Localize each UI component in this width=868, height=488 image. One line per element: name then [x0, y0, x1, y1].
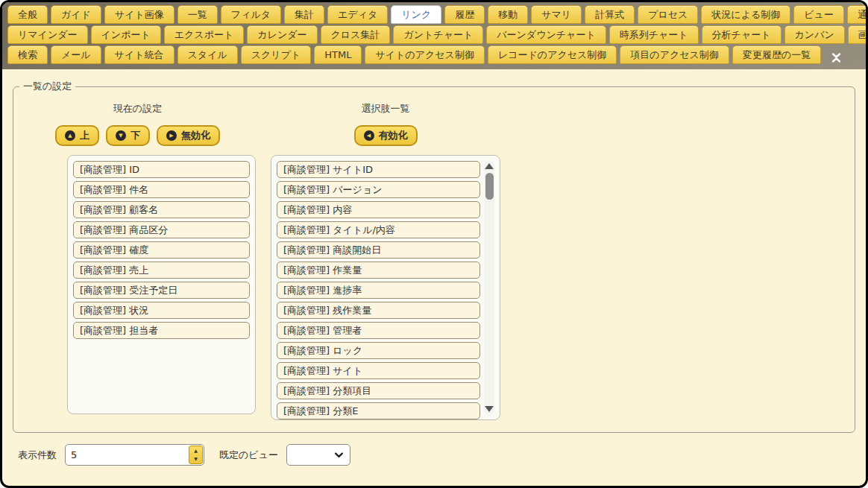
rows-count-label: 表示件数 [18, 449, 57, 462]
tab-analysis-chart[interactable]: 分析チャート [702, 25, 781, 44]
list-item[interactable]: [商談管理] タイトル/内容 [277, 221, 480, 238]
tab-general[interactable]: 全般 [7, 5, 48, 24]
collapse-tabs-button[interactable] [831, 51, 842, 64]
tab-list[interactable]: 一覧 [177, 5, 218, 24]
list-item[interactable]: [商談管理] サイト [277, 362, 480, 379]
tab-mail[interactable]: メール [51, 45, 101, 64]
tab-image-library[interactable]: 画像ライブラリ [848, 25, 868, 44]
tab-scripts[interactable]: スクリプト [241, 45, 312, 64]
list-item[interactable]: [商談管理] 受注予定日 [73, 282, 250, 299]
rows-count-input[interactable] [66, 445, 188, 465]
list-item[interactable]: [商談管理] 残作業量 [277, 302, 480, 319]
tab-history[interactable]: 履歴 [444, 5, 485, 24]
choices-listbox: [商談管理] サイトID[商談管理] バージョン[商談管理] 内容[商談管理] … [271, 155, 500, 420]
list-item[interactable]: [商談管理] 作業量 [277, 262, 480, 279]
default-view-select[interactable] [286, 444, 350, 466]
list-item[interactable]: [商談管理] 顧客名 [73, 201, 250, 218]
tab-update-history[interactable]: 変更履歴の一覧 [732, 45, 821, 64]
list-item[interactable]: [商談管理] ロック [277, 342, 480, 359]
enable-button[interactable]: ◀有効化 [354, 125, 418, 146]
list-item[interactable]: [商談管理] 商品区分 [73, 221, 250, 238]
spinner-down-button[interactable]: ▼ [189, 455, 202, 464]
rows-count-spinbox: ▲ ▼ [65, 444, 204, 466]
tab-band: 全般ガイドサイト画像一覧フィルタ集計エディタリンク履歴移動サマリ計算式プロセス状… [2, 2, 866, 69]
collapse-chevrons-icon [831, 51, 842, 64]
current-settings-listbox: [商談管理] ID[商談管理] 件名[商談管理] 顧客名[商談管理] 商品区分[… [67, 155, 256, 414]
list-item[interactable]: [商談管理] バージョン [277, 181, 480, 198]
list-item[interactable]: [商談管理] 商談開始日 [277, 241, 480, 259]
tab-kanban[interactable]: カンバン [784, 25, 845, 44]
scrollbar-up-icon[interactable] [485, 163, 494, 169]
tab-column-access-control[interactable]: 項目のアクセス制御 [620, 45, 729, 64]
tab-formulas[interactable]: 計算式 [585, 5, 635, 24]
dual-list-picker: 現在の設定 ▲上▼下▶無効化 [商談管理] ID[商談管理] 件名[商談管理] … [13, 93, 855, 420]
tab-import[interactable]: インポート [91, 25, 161, 44]
tab-site-access-control[interactable]: サイトのアクセス制御 [365, 45, 484, 64]
right-button-row: ◀有効化 [271, 125, 500, 146]
tab-status-control[interactable]: 状況による制御 [701, 5, 790, 24]
button-label: 下 [130, 129, 140, 142]
list-item[interactable]: [商談管理] 確度 [73, 241, 250, 259]
tab-search[interactable]: 検索 [7, 45, 48, 64]
list-item[interactable]: [商談管理] 担当者 [73, 322, 250, 339]
list-item[interactable]: [商談管理] 分類項目 [277, 382, 480, 399]
tab-notifications[interactable]: 通知 [847, 5, 868, 24]
tab-links[interactable]: リンク [391, 5, 441, 24]
tab-aggregations[interactable]: 集計 [284, 5, 324, 24]
tab-site-image[interactable]: サイト画像 [104, 5, 174, 24]
chevron-down-icon [333, 449, 345, 460]
tab-record-access-control[interactable]: レコードのアクセス制御 [488, 45, 617, 64]
list-item[interactable]: [商談管理] 管理者 [277, 322, 480, 339]
tab-html[interactable]: HTML [314, 45, 362, 64]
circle-right-icon: ▶ [166, 130, 177, 141]
circle-down-icon: ▼ [116, 130, 126, 141]
move-down-button[interactable]: ▼下 [106, 125, 150, 146]
scrollbar-down-icon[interactable] [485, 406, 494, 412]
button-label: 有効化 [379, 129, 408, 142]
tab-row-1: 全般ガイドサイト画像一覧フィルタ集計エディタリンク履歴移動サマリ計算式プロセス状… [7, 5, 861, 24]
circle-up-icon: ▲ [65, 130, 75, 141]
left-button-row: ▲上▼下▶無効化 [43, 125, 232, 146]
tab-calendar[interactable]: カレンダー [247, 25, 317, 44]
tab-export[interactable]: エクスポート [164, 25, 245, 44]
tab-burndown[interactable]: バーンダウンチャート [486, 25, 606, 44]
list-item[interactable]: [商談管理] 分類E [277, 402, 480, 419]
tab-gantt[interactable]: ガントチャート [393, 25, 483, 44]
list-item[interactable]: [商談管理] 状況 [73, 302, 250, 319]
move-up-button[interactable]: ▲上 [55, 125, 99, 146]
default-view-label: 既定のビュー [219, 449, 278, 462]
tab-process[interactable]: プロセス [638, 5, 698, 24]
tab-row-2: リマインダーインポートエクスポートカレンダークロス集計ガントチャートバーンダウン… [7, 25, 861, 44]
current-settings-column: 現在の設定 ▲上▼下▶無効化 [商談管理] ID[商談管理] 件名[商談管理] … [67, 102, 256, 420]
tab-site-integration[interactable]: サイト統合 [104, 45, 174, 64]
scrollbar-track[interactable] [484, 161, 494, 414]
tab-reminders[interactable]: リマインダー [7, 25, 88, 44]
circle-left-icon: ◀ [364, 130, 374, 141]
tab-filters[interactable]: フィルタ [221, 5, 281, 24]
tab-row-3: 検索メールサイト統合スタイルスクリプトHTMLサイトのアクセス制御レコードのアク… [7, 45, 861, 64]
tab-time-series[interactable]: 時系列チャート [609, 25, 699, 44]
choices-header: 選択肢一覧 [271, 102, 500, 115]
list-item[interactable]: [商談管理] ID [73, 161, 250, 178]
choices-list: [商談管理] サイトID[商談管理] バージョン[商談管理] 内容[商談管理] … [277, 161, 480, 414]
list-item[interactable]: [商談管理] サイトID [277, 161, 480, 178]
tab-editor[interactable]: エディタ [327, 5, 388, 24]
button-label: 上 [80, 129, 89, 142]
list-settings-fieldset: 一覧の設定 現在の設定 ▲上▼下▶無効化 [商談管理] ID[商談管理] 件名[… [13, 80, 855, 433]
spinner-up-button[interactable]: ▲ [189, 446, 202, 455]
list-item[interactable]: [商談管理] 売上 [73, 262, 250, 279]
footer-controls: 表示件数 ▲ ▼ 既定のビュー [18, 444, 866, 466]
list-item[interactable]: [商談管理] 進捗率 [277, 282, 480, 299]
choices-column: 選択肢一覧 ◀有効化 [商談管理] サイトID[商談管理] バージョン[商談管理… [271, 102, 500, 420]
tab-guide[interactable]: ガイド [51, 5, 101, 24]
disable-button[interactable]: ▶無効化 [157, 125, 220, 146]
tab-styles[interactable]: スタイル [177, 45, 238, 64]
tab-crosstab[interactable]: クロス集計 [321, 25, 391, 44]
settings-window: 全般ガイドサイト画像一覧フィルタ集計エディタリンク履歴移動サマリ計算式プロセス状… [0, 0, 868, 488]
list-item[interactable]: [商談管理] 内容 [277, 201, 480, 218]
tab-move[interactable]: 移動 [488, 5, 528, 24]
tab-summary[interactable]: サマリ [531, 5, 582, 24]
tab-views[interactable]: ビュー [793, 5, 844, 24]
scrollbar-thumb[interactable] [485, 173, 494, 200]
list-item[interactable]: [商談管理] 件名 [73, 181, 250, 198]
